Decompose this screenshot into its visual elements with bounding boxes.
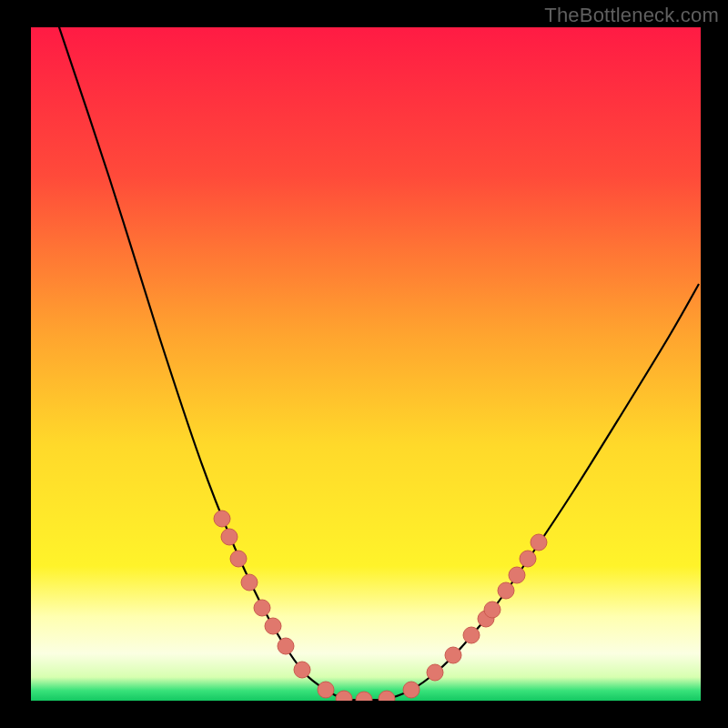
data-marker xyxy=(509,567,525,583)
data-marker xyxy=(427,664,443,681)
chart-stage: TheBottleneck.com xyxy=(0,0,728,728)
chart-svg xyxy=(0,0,728,728)
data-marker xyxy=(241,574,258,591)
data-marker xyxy=(318,682,334,698)
data-marker xyxy=(520,551,536,567)
data-marker xyxy=(445,647,461,663)
data-marker xyxy=(463,627,480,643)
data-marker xyxy=(265,618,281,634)
data-marker xyxy=(221,529,238,545)
data-marker xyxy=(254,600,270,616)
data-marker xyxy=(336,691,352,707)
data-marker xyxy=(230,551,247,567)
data-marker xyxy=(294,662,310,678)
data-marker xyxy=(498,582,514,599)
data-marker xyxy=(278,638,294,654)
data-marker xyxy=(403,682,420,698)
data-marker xyxy=(484,602,500,618)
data-marker xyxy=(379,691,395,707)
watermark-text: TheBottleneck.com xyxy=(544,4,719,27)
data-marker xyxy=(214,511,230,527)
data-marker xyxy=(531,534,547,551)
data-marker xyxy=(356,692,372,708)
plot-background xyxy=(31,27,701,701)
